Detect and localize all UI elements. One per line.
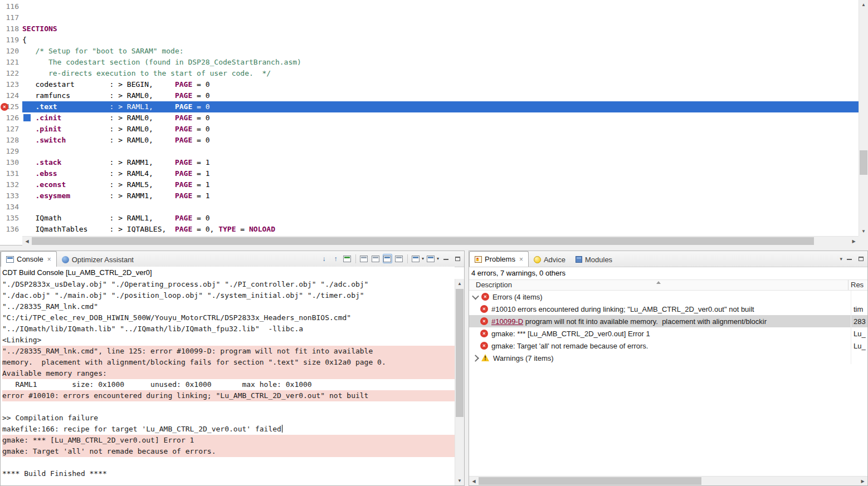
editor-line[interactable]: 118SECTIONS — [0, 23, 859, 35]
display-selected-console-icon[interactable] — [411, 254, 421, 263]
editor-line[interactable]: 130 .stack : > RAMM1, PAGE = 1 — [0, 157, 859, 168]
code-text: .pinit : > RAML0, PAGE = 0 — [22, 124, 859, 135]
console-toolbar: ↓ ↑ ▾ ▾ — [319, 254, 462, 263]
editor-line[interactable]: 126 .cinit : > RAML0, PAGE = 0 — [0, 112, 859, 124]
editor-line[interactable]: 125 .text : > RAML1, PAGE = 0× — [0, 101, 859, 112]
code-text: re-directs execution to the start of use… — [22, 68, 859, 79]
chevron-right-icon[interactable] — [472, 355, 479, 362]
editor-line[interactable]: 124 ramfuncs : > RAML0, PAGE = 0 — [0, 90, 859, 101]
close-icon[interactable]: × — [47, 256, 51, 263]
error-marker-icon: × — [1, 103, 8, 111]
display-console-dropdown-icon[interactable]: ▾ — [422, 256, 424, 261]
code-text: /* Setup for "boot to SARAM" mode: — [22, 46, 859, 57]
next-error-icon[interactable]: ↓ — [319, 254, 329, 263]
editor-line[interactable]: 128 .switch : > RAML0, PAGE = 0 — [0, 135, 859, 146]
minimize-button[interactable] — [441, 254, 451, 263]
editor-line[interactable]: 122 re-directs execution to the start of… — [0, 68, 859, 79]
problems-column-header[interactable]: Description Res — [469, 279, 867, 291]
line-number: 127 — [0, 124, 22, 135]
tab-optimizer-assistant[interactable]: Optimizer Assistant — [57, 252, 139, 267]
view-menu-icon[interactable]: ▾ — [840, 256, 842, 262]
console-vscroll-thumb[interactable] — [456, 289, 464, 417]
problems-item-row[interactable]: ×gmake: Target 'all' not remade because … — [469, 340, 867, 352]
show-console-on-output-icon[interactable] — [343, 254, 352, 263]
tab-advice[interactable]: Advice — [529, 252, 570, 267]
scroll-right-icon[interactable]: ▶ — [849, 237, 859, 246]
problems-horizontal-scrollbar[interactable]: ◀ ▶ — [469, 476, 867, 485]
scroll-up-icon[interactable]: ▲ — [859, 0, 868, 9]
tab-modules[interactable]: Modules — [570, 252, 617, 267]
editor-vscroll-thumb[interactable] — [860, 150, 867, 175]
tab-problems[interactable]: Problems × — [469, 251, 529, 267]
scroll-right-icon[interactable]: ▶ — [858, 477, 867, 485]
editor-hscroll-thumb[interactable] — [32, 237, 814, 245]
close-icon[interactable]: × — [519, 256, 523, 263]
editor-line[interactable]: 129 — [0, 146, 859, 157]
problems-item-row[interactable]: ×gmake: *** [Lu_AMB_CTRL_2D_ver0.out] Er… — [469, 327, 867, 340]
minimize-button[interactable] — [845, 254, 854, 263]
editor-line[interactable]: 116 — [0, 1, 859, 12]
problems-item-row[interactable]: ×#10099-D program will not fit into avai… — [469, 315, 867, 327]
editor-line[interactable]: 121 The codestart section (found in DSP2… — [0, 57, 859, 68]
editor-line[interactable]: 136 IQmathTables : > IQTABLES, PAGE = 0,… — [0, 224, 859, 235]
problem-description: #10010 errors encountered during linking… — [491, 305, 851, 313]
console-line: "./DSP2833x_usDelay.obj" "./Operating_pr… — [2, 279, 455, 290]
editor-lines[interactable]: 116117118SECTIONS119{120 /* Setup for "b… — [0, 1, 859, 235]
scroll-left-icon[interactable]: ◀ — [469, 477, 479, 485]
problems-item-row[interactable]: ×#10010 errors encountered during linkin… — [469, 303, 867, 315]
problems-tabbar: Problems × Advice Modules ▾ — [469, 251, 867, 267]
editor-line[interactable]: 120 /* Setup for "boot to SARAM" mode: — [0, 46, 859, 57]
console-line: "./dac.obj" "./main.obj" "./position_loo… — [2, 290, 455, 301]
console-tabbar: Console × Optimizer Assistant ↓ ↑ ▾ — [1, 251, 464, 267]
editor-line[interactable]: 119{ — [0, 35, 859, 46]
console-vertical-scrollbar[interactable]: ▲ ▼ — [455, 279, 464, 485]
code-text: ramfuncs : > RAML0, PAGE = 0 — [22, 90, 859, 101]
line-number: 126 — [0, 112, 22, 124]
editor-line[interactable]: 132 .econst : > RAML5, PAGE = 1 — [0, 179, 859, 190]
optimizer-assistant-icon — [62, 256, 69, 263]
editor-line[interactable]: 135 IQmath : > RAML1, PAGE = 0 — [0, 213, 859, 224]
clear-console-icon[interactable] — [359, 254, 369, 263]
code-text: .switch : > RAML0, PAGE = 0 — [22, 135, 859, 146]
tab-optimizer-assistant-label: Optimizer Assistant — [72, 256, 134, 264]
line-number: 123 — [0, 79, 22, 90]
maximize-button[interactable] — [453, 254, 462, 263]
problems-hscroll-thumb[interactable] — [479, 477, 701, 485]
column-resource[interactable]: Res — [848, 280, 867, 290]
chevron-down-icon[interactable] — [472, 292, 479, 300]
editor-line[interactable]: 127 .pinit : > RAML0, PAGE = 0 — [0, 124, 859, 135]
problems-group-row[interactable]: Warnings (7 items) — [469, 352, 867, 364]
code-editor[interactable]: 116117118SECTIONS119{120 /* Setup for "b… — [0, 0, 868, 246]
console-error-line: Available memory ranges: — [2, 368, 455, 379]
word-wrap-icon[interactable] — [383, 254, 392, 263]
pin-console-icon[interactable] — [394, 254, 404, 263]
scroll-down-icon[interactable]: ▼ — [455, 476, 464, 485]
open-console-dropdown-icon[interactable]: ▾ — [437, 256, 439, 261]
code-text: .esysmem : > RAMM1, PAGE = 1 — [22, 190, 859, 202]
tab-console[interactable]: Console × — [1, 251, 57, 267]
editor-line[interactable]: 134 — [0, 202, 859, 213]
scroll-up-icon[interactable]: ▲ — [455, 279, 464, 288]
line-number: 118 — [0, 23, 22, 35]
error-code-link[interactable]: #10099-D — [491, 317, 523, 326]
scrollbar-corner — [859, 236, 868, 246]
open-console-icon[interactable] — [426, 254, 436, 263]
problem-resource: Lu_ — [851, 340, 867, 352]
console-line — [2, 401, 455, 413]
editor-line[interactable]: 123 codestart : > BEGIN, PAGE = 0 — [0, 79, 859, 90]
editor-line[interactable]: 131 .ebss : > RAML4, PAGE = 1 — [0, 168, 859, 179]
editor-line[interactable]: 117 — [0, 12, 859, 23]
maximize-button[interactable] — [856, 254, 866, 263]
console-log[interactable]: "./DSP2833x_usDelay.obj" "./Operating_pr… — [1, 279, 455, 485]
scroll-left-icon[interactable]: ◀ — [22, 237, 32, 246]
previous-error-icon[interactable]: ↑ — [331, 254, 340, 263]
scroll-down-icon[interactable]: ▼ — [859, 227, 868, 236]
scroll-lock-icon[interactable] — [371, 254, 381, 263]
console-error-line: gmake: *** [Lu_AMB_CTRL_2D_ver0.out] Err… — [2, 435, 455, 446]
editor-line[interactable]: 133 .esysmem : > RAMM1, PAGE = 1 — [0, 190, 859, 202]
problems-rows: ×Errors (4 items)×#10010 errors encounte… — [469, 291, 867, 364]
occurrence-marker — [23, 114, 31, 121]
problems-group-row[interactable]: ×Errors (4 items) — [469, 291, 867, 303]
editor-vertical-scrollbar[interactable]: ▲ ▼ — [859, 0, 868, 236]
editor-horizontal-scrollbar[interactable]: ◀ ▶ — [22, 236, 859, 246]
